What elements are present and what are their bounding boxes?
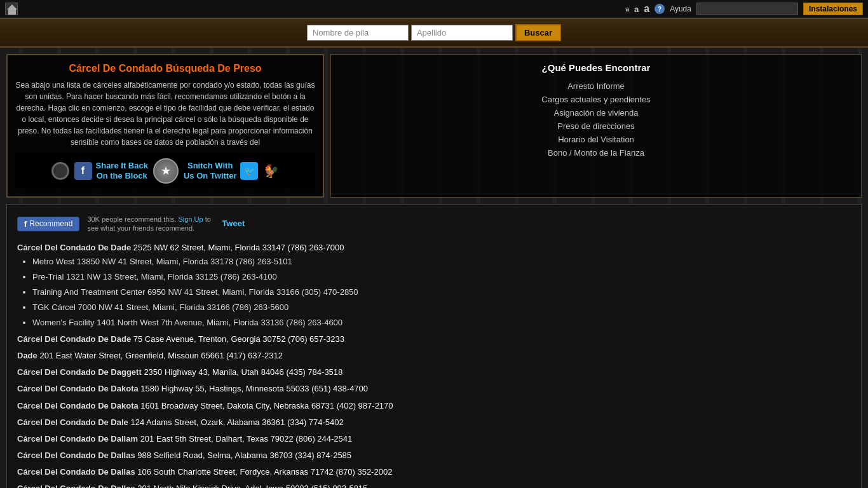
entry-address: 201 East Water Street, Greenfield, Misso… (39, 351, 283, 360)
installations-button[interactable]: Instalaciones (803, 3, 863, 15)
top-bar-left (5, 3, 18, 15)
entry-label: Cárcel Del Condado De Dale (17, 417, 130, 427)
font-medium-button[interactable]: a (634, 4, 639, 14)
content-wrapper: Cárcel De Condado Búsqueda De Preso Sea … (6, 54, 862, 198)
list-item: Cárcel Del Condado De Dade 75 Case Avenu… (17, 332, 851, 346)
list-item: Cárcel Del Condado De Dale 124 Adams Str… (17, 416, 851, 430)
first-name-input[interactable] (307, 25, 409, 41)
right-panel-item: Arresto Informe (339, 79, 853, 93)
info-box-title: Cárcel De Condado Búsqueda De Preso (15, 63, 315, 74)
info-box: Cárcel De Condado Búsqueda De Preso Sea … (6, 54, 324, 198)
last-name-input[interactable] (411, 25, 513, 41)
main-background: Cárcel De Condado Búsqueda De Preso Sea … (0, 48, 868, 488)
sign-up-link[interactable]: Sign Up (178, 215, 203, 223)
facebook-icon[interactable]: f (74, 162, 92, 180)
entry-sub-item: Women's Facility 1401 North West 7th Ave… (32, 316, 851, 330)
entry-sub-item: Pre-Trial 1321 NW 13 Street, Miami, Flor… (32, 270, 851, 284)
right-panel-item: Preso de direcciones (339, 119, 853, 133)
listings-container: Cárcel Del Condado De Dade 2525 NW 62 St… (17, 241, 851, 488)
header-search-bar: Buscar (0, 19, 868, 48)
fb-share-area[interactable]: f Share It Back On the Block (74, 161, 148, 180)
entry-sub-item: Training And Treatment Center 6950 NW 41… (32, 285, 851, 299)
entry-label: Cárcel Del Condado De Dallas (17, 467, 137, 477)
list-item: Cárcel Del Condado De Daggett 2350 Highw… (17, 365, 851, 379)
entry-address: 2350 Highway 43, Manila, Utah 84046 (435… (144, 367, 342, 377)
social-bar: f Recommend 30K people recommend this. S… (17, 212, 851, 236)
recommend-label: Recommend (29, 219, 72, 228)
list-item: Cárcel Del Condado De Dallas 988 Selfiel… (17, 449, 851, 463)
entry-label: Cárcel Del Condado De Dallas (17, 451, 137, 460)
entry-address: 106 South Charlotte Street, Fordyce, Ark… (137, 467, 392, 477)
entry-address: 1580 Highway 55, Hastings, Minnesota 550… (140, 384, 368, 393)
right-panel-item: Asignación de vivienda (339, 106, 853, 119)
top-bar-right: a a a ? Ayuda Instalaciones (625, 3, 863, 15)
info-box-body: Sea abajo una lista de cárceles alfabéti… (15, 79, 315, 148)
home-icon[interactable] (5, 3, 18, 15)
list-item: Cárcel Del Condado De Dallas 106 South C… (17, 465, 851, 479)
help-label: Ayuda (670, 4, 691, 13)
right-panel-list: Arresto InformeCargos actuales y pendien… (339, 79, 853, 159)
entry-address: 2525 NW 62 Street, Miami, Florida 33147 … (133, 243, 344, 252)
chain-gang-area: f Share It Back On the Block ★ Snitch Wi… (15, 153, 315, 189)
search-button[interactable]: Buscar (515, 24, 561, 41)
right-panel-item: Horario del Visitation (339, 133, 853, 146)
entry-sub-item: Metro West 13850 NW 41 Street, Miami, Fl… (32, 255, 851, 269)
fb-mini-icon: f (24, 219, 27, 229)
twitter-area[interactable]: Snitch With Us On Twitter 🐦 (184, 161, 259, 180)
list-item: Dade 201 East Water Street, Greenfield, … (17, 349, 851, 363)
twitter-icon[interactable]: 🐦 (240, 162, 258, 180)
list-item: Cárcel Del Condado De Dakota 1601 Broadw… (17, 399, 851, 413)
font-small-button[interactable]: a (625, 6, 629, 13)
entry-label: Cárcel Del Condado De Dade (17, 243, 133, 252)
entry-label: Cárcel Del Condado De Daggett (17, 367, 144, 377)
top-search-input[interactable] (696, 3, 798, 15)
entry-address: 75 Case Avenue, Trenton, Georgia 30752 (… (133, 334, 344, 344)
entry-address: 201 East 5th Street, Dalhart, Texas 7902… (140, 434, 353, 444)
star-badge-icon: ★ (153, 158, 179, 184)
top-bar: a a a ? Ayuda Instalaciones (0, 0, 868, 19)
entry-address: 988 Selfield Road, Selma, Alabama 36703 … (137, 451, 351, 460)
right-panel-item: Bono / Monto de la Fianza (339, 146, 853, 159)
right-panel-title: ¿Qué Puedes Encontrar (339, 62, 853, 73)
entry-address: 124 Adams Street, Ozark, Alabama 36361 (… (130, 417, 343, 427)
tweet-button[interactable]: Tweet (222, 217, 245, 231)
list-item: Cárcel Del Condado De Dakota 1580 Highwa… (17, 382, 851, 396)
font-large-button[interactable]: a (644, 3, 649, 15)
twitter-text: Snitch With Us On Twitter (184, 161, 237, 180)
entry-label: Dade (17, 351, 39, 360)
listing-box: f Recommend 30K people recommend this. S… (6, 204, 862, 488)
entry-address: 201 North Nile Kinnick Drive, Adel, Iowa… (137, 484, 367, 488)
bird-icon: 🐓 (263, 163, 279, 179)
list-item: Cárcel Del Condado De Dallas 201 North N… (17, 482, 851, 488)
entry-sub-list: Metro West 13850 NW 41 Street, Miami, Fl… (32, 255, 851, 330)
fb-recommend-button[interactable]: f Recommend (17, 217, 79, 231)
ball-chain-icon (51, 162, 69, 180)
entry-label: Cárcel Del Condado De Dakota (17, 401, 140, 410)
entry-label: Cárcel Del Condado De Dallas (17, 484, 137, 488)
entry-label: Cárcel Del Condado De Dallam (17, 434, 140, 444)
list-item: Cárcel Del Condado De Dade 2525 NW 62 St… (17, 241, 851, 330)
right-panel: ¿Qué Puedes Encontrar Arresto InformeCar… (330, 54, 862, 198)
entry-label: Cárcel Del Condado De Dade (17, 334, 133, 344)
entry-label: Cárcel Del Condado De Dakota (17, 384, 140, 393)
share-text: Share It Back On the Block (96, 161, 148, 180)
entry-sub-item: TGK Cárcel 7000 NW 41 Street, Miami, Flo… (32, 301, 851, 315)
svg-marker-0 (7, 4, 17, 15)
right-panel-item: Cargos actuales y pendientes (339, 93, 853, 106)
help-icon[interactable]: ? (654, 4, 665, 14)
list-item: Cárcel Del Condado De Dallam 201 East 5t… (17, 432, 851, 446)
entry-address: 1601 Broadway Street, Dakota City, Nebra… (140, 401, 393, 410)
social-count-text: 30K people recommend this. Sign Up to se… (87, 215, 214, 233)
